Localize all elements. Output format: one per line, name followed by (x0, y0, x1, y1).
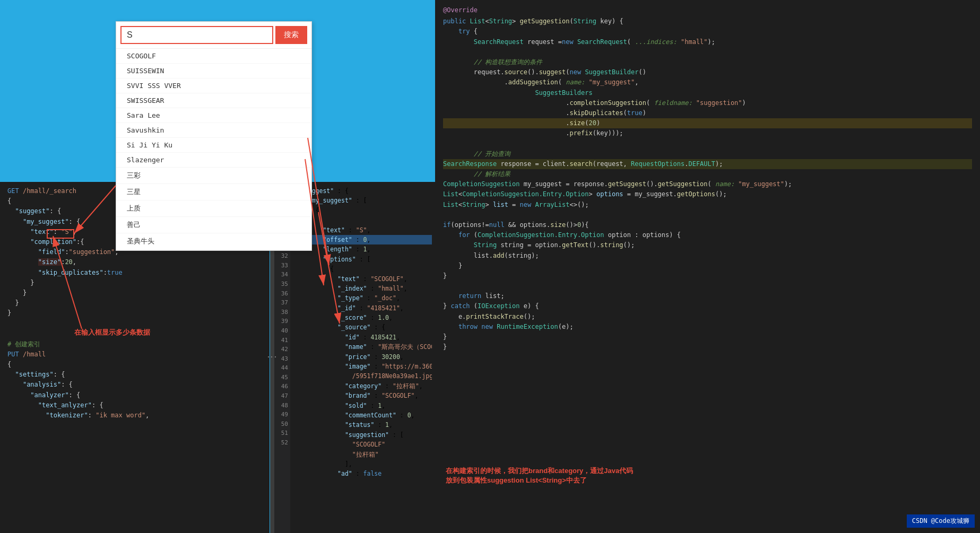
result-item-slazenger[interactable]: Slazenger (116, 153, 311, 168)
json-line-48: "suggestion" : [ (293, 430, 432, 440)
skip-dup-key: "skip_duplicates":true (7, 268, 262, 278)
analysis-key: "analysis": { (7, 380, 262, 390)
result-item-san-xing[interactable]: 三星 (116, 184, 311, 200)
java-comment-2: // 开始查询 (443, 149, 972, 159)
java-line-catch: } catch (IOException e) { (443, 301, 972, 311)
analyzer-key: "analyzer": { (7, 390, 262, 400)
result-item-sheng-rui[interactable]: 圣瑞格 (116, 250, 311, 250)
java-line-add: list.add(string); (443, 251, 972, 261)
annotation-display-count: 在输入框显示多少条数据 (74, 328, 150, 337)
java-line-3: SearchRequest request =new SearchRequest… (443, 37, 972, 47)
result-item-svvi[interactable]: SVVI SSS VVER (116, 78, 311, 93)
override-annotation: @Override (443, 5, 972, 15)
json-line-28: "text" : "S", (293, 225, 432, 235)
result-item-shang-zhi[interactable]: 上质 (116, 200, 311, 217)
tokenizer-key: "tokenizer": "ik max word", (7, 410, 262, 421)
java-line-2: try { (443, 27, 972, 37)
java-line-blank2 (443, 138, 972, 148)
text-anlyzer-key: "text_anlyzer": { (7, 400, 262, 410)
java-line-blank4 (443, 281, 972, 291)
json-line-32: { (293, 264, 432, 274)
json-line-31: "options" : [ (293, 255, 432, 264)
json-line-52: "ad" : false (293, 469, 432, 478)
java-line-throw: throw new RuntimeException(e); (443, 322, 972, 332)
json-line-39: "id" : 4185421, (293, 333, 432, 342)
java-line-8: .skipDuplicates(true) (443, 108, 972, 118)
json-line-45: "sold" : 1, (293, 401, 432, 410)
json-line-43: "category" : "拉杆箱", (293, 381, 432, 391)
java-line-completion: CompletionSuggestion my_suggest = respon… (443, 179, 972, 189)
result-item-scogolf[interactable]: SCOGOLF (116, 49, 311, 64)
json-line-36: "_id" : "4185421", (293, 303, 432, 313)
java-line-print: e.printStackTrace(); (443, 312, 972, 322)
java-line-for: for (CompletionSuggestion.Entry.Option o… (443, 230, 972, 240)
result-item-san-cai[interactable]: 三彩 (116, 168, 311, 184)
open-brace2: { (7, 360, 262, 370)
java-line-prefix: .prefix(key))); (443, 128, 972, 138)
result-item-sijiyiku[interactable]: Si Ji Yi Ku (116, 138, 311, 153)
json-line-29: "offset" : 0, (293, 235, 432, 244)
java-line-6: SuggestBuilders (443, 88, 972, 98)
json-line-35: "_type" : "_doc", (293, 293, 432, 303)
java-line-5: .addSuggestion( name: "my_suggest", (443, 77, 972, 88)
java-line-blank1 (443, 47, 972, 57)
java-line-4: request.source().suggest(new SuggestBuil… (443, 67, 972, 77)
annotation-suggestion-build: 在构建索引的时候，我们把brand和category，通过Java代码 放到包装… (446, 466, 633, 485)
size-highlight-box (47, 229, 74, 239)
result-item-savushkin[interactable]: Savushkin (116, 123, 311, 138)
java-line-blank3 (443, 210, 972, 220)
settings-key: "settings": { (7, 370, 262, 380)
java-line-1: public List<String> getSuggestion(String… (443, 16, 972, 27)
json-line-50: "拉杆箱" (293, 450, 432, 459)
java-comment-3: // 解析结果 (443, 169, 972, 179)
json-line-47: "status" : 1, (293, 420, 432, 430)
json-line-30: "length" : 1, (293, 244, 432, 254)
java-line-return: return list; (443, 291, 972, 301)
java-code-panel: @Override public List<String> getSuggest… (435, 0, 980, 533)
close-completion: } (7, 278, 262, 288)
java-line-size: .size(20) (443, 118, 972, 128)
json-line-25: "my_suggest" : [ (293, 196, 432, 205)
result-item-swissgear[interactable]: SWISSGEAR (116, 93, 311, 108)
java-line-search: SearchResponse response = client.search(… (443, 159, 972, 169)
java-line-close-if: } (443, 271, 972, 281)
put-line: PUT /hmall (7, 349, 262, 360)
json-line-34: "_index" : "hmall", (293, 284, 432, 293)
json-line-24: "suggest" : { (293, 186, 432, 196)
splitter-handle: ⋮ (267, 352, 278, 362)
search-results-list: SCOGOLF SUISSEWIN SVVI SSS VVER SWISSGEA… (116, 49, 311, 250)
java-line-close-for: } (443, 261, 972, 271)
json-line-40: "name" : "斯高哥尔夫（SCOGOLF）拉杆箱24英寸行李箱男 商务行李… (293, 342, 432, 352)
java-line-options: List<CompletionSuggestion.Entry.Option> … (443, 189, 972, 199)
result-item-suissewin[interactable]: SUISSEWIN (116, 64, 311, 78)
java-line-list: List<String> list = new ArrayList<>(); (443, 200, 972, 210)
close-my-suggest: } (7, 288, 262, 298)
json-line-blank (293, 215, 432, 225)
json-line-42b: /5951f718Ne0a39ae1.jpg!q70.jpg.webp", (293, 371, 432, 381)
json-line-46: "commentCount" : 0, (293, 410, 432, 420)
json-line-42: "image" : "https://m.360buyimg.com/mobil… (293, 362, 432, 371)
result-item-sara[interactable]: Sara Lee (116, 108, 311, 123)
json-line-49: "SCOGOLF" (293, 440, 432, 449)
result-item-sheng-dian[interactable]: 圣典牛头 (116, 233, 311, 250)
search-overlay: 搜索 SCOGOLF SUISSEWIN SVVI SSS VVER SWISS… (116, 21, 312, 251)
json-line-41: "price" : 30200, (293, 352, 432, 362)
result-item-shan-ji[interactable]: 善己 (116, 217, 311, 233)
json-line-33: "text" : "SCOGOLF", (293, 274, 432, 284)
search-button[interactable]: 搜索 (275, 26, 307, 44)
close-suggest: } (7, 298, 262, 308)
java-line-close-method: } (443, 342, 972, 352)
json-line-37: "_score" : 1.0, (293, 313, 432, 322)
search-bar: 搜索 (116, 22, 311, 49)
java-line-7: .completionSuggestion( fieldname: "sugge… (443, 98, 972, 108)
search-input[interactable] (120, 26, 273, 44)
close-query: } (7, 308, 262, 318)
json-line-26: { (293, 206, 432, 215)
size-key: "size":20, (7, 257, 262, 267)
json-line-44: "brand" : "SCOGOLF", (293, 391, 432, 400)
json-line-51: ], (293, 459, 432, 469)
java-line-close-catch: } (443, 332, 972, 342)
json-line-38: "_source" : { (293, 322, 432, 332)
java-line-if: if(options!=null && options.size()>0){ (443, 220, 972, 230)
java-line-string: String string = option.getText().string(… (443, 240, 972, 250)
